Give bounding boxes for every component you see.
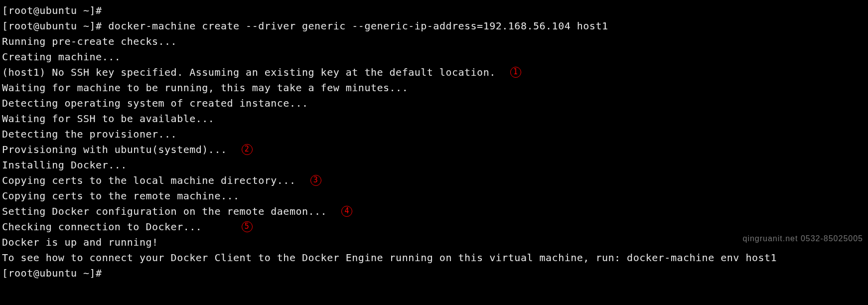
output-line: Copying certs to the remote machine... xyxy=(2,188,866,204)
output-line: Installing Docker... xyxy=(2,157,866,173)
output-line: Setting Docker configuration on the remo… xyxy=(2,204,866,219)
output-text: Checking connection to Docker... xyxy=(2,221,240,233)
output-text: Copying certs to the local machine direc… xyxy=(2,174,308,186)
prompt-line: [root@ubuntu ~]# xyxy=(2,266,866,281)
output-text: Setting Docker configuration on the remo… xyxy=(2,205,339,217)
command-text: docker-machine create --driver generic -… xyxy=(108,20,608,32)
output-line: Detecting operating system of created in… xyxy=(2,96,866,111)
shell-prompt: [root@ubuntu ~]# xyxy=(2,4,108,16)
output-text: (host1) No SSH key specified. Assuming a… xyxy=(2,66,508,78)
output-line: Creating machine... xyxy=(2,49,866,65)
annotation-circle-2: 2 xyxy=(242,144,253,155)
output-line: Provisioning with ubuntu(systemd)... 2 xyxy=(2,142,866,157)
output-line: Running pre-create checks... xyxy=(2,34,866,49)
output-line: Waiting for machine to be running, this … xyxy=(2,80,866,96)
shell-prompt: [root@ubuntu ~]# xyxy=(2,20,108,32)
annotation-circle-5: 5 xyxy=(242,221,253,232)
output-line: (host1) No SSH key specified. Assuming a… xyxy=(2,65,866,80)
output-line: Waiting for SSH to be available... xyxy=(2,111,866,127)
terminal-output[interactable]: [root@ubuntu ~]# [root@ubuntu ~]# docker… xyxy=(2,3,866,281)
command-line: [root@ubuntu ~]# docker-machine create -… xyxy=(2,18,866,34)
output-line: Detecting the provisioner... xyxy=(2,127,866,142)
annotation-circle-4: 4 xyxy=(341,206,352,217)
output-line: To see how to connect your Docker Client… xyxy=(2,250,866,266)
annotation-circle-3: 3 xyxy=(310,175,321,186)
annotation-circle-1: 1 xyxy=(510,67,521,78)
output-line: Docker is up and running! xyxy=(2,235,866,250)
output-line: Copying certs to the local machine direc… xyxy=(2,173,866,188)
output-line: Checking connection to Docker... 5 xyxy=(2,219,866,235)
shell-prompt: [root@ubuntu ~]# xyxy=(2,267,108,279)
watermark-text: qingruanit.net 0532-85025005 xyxy=(742,233,863,245)
output-text: Provisioning with ubuntu(systemd)... xyxy=(2,144,240,155)
prompt-line: [root@ubuntu ~]# xyxy=(2,3,866,18)
